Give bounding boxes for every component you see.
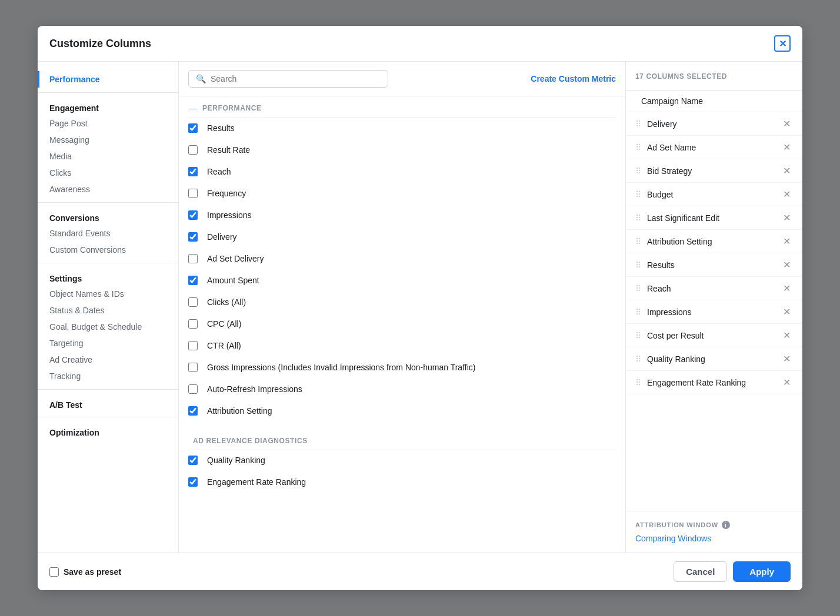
sidebar-item-goal-budget[interactable]: Goal, Budget & Schedule — [38, 319, 178, 335]
amount-spent-checkbox[interactable] — [188, 276, 198, 285]
sidebar-item-targeting[interactable]: Targeting — [38, 335, 178, 351]
remove-ad-set-name-button[interactable]: ✕ — [781, 142, 793, 153]
results-checkbox[interactable] — [188, 123, 198, 133]
delivery-checkbox[interactable] — [188, 232, 198, 242]
sidebar-item-standard-events[interactable]: Standard Events — [38, 225, 178, 242]
sidebar-category-ab-test: A/B Test — [38, 394, 178, 412]
search-bar: 🔍 Create Custom Metric — [179, 62, 625, 96]
selected-item: ⠿ Attribution Setting ✕ — [626, 230, 802, 253]
sidebar-item-performance[interactable]: Performance — [38, 71, 178, 88]
sidebar-item-object-names[interactable]: Object Names & IDs — [38, 286, 178, 302]
remove-budget-button[interactable]: ✕ — [781, 189, 793, 200]
sidebar-item-clicks[interactable]: Clicks — [38, 165, 178, 181]
close-button[interactable]: ✕ — [774, 35, 791, 52]
save-preset-label: Save as preset — [64, 567, 121, 577]
cancel-button[interactable]: Cancel — [674, 561, 727, 582]
save-preset-checkbox[interactable] — [49, 567, 59, 577]
clicks-all-checkbox[interactable] — [188, 297, 198, 307]
selected-item-label: Bid Strategy — [647, 166, 781, 176]
drag-handle[interactable]: ⠿ — [635, 190, 641, 199]
drag-handle[interactable]: ⠿ — [635, 119, 641, 129]
impressions-checkbox[interactable] — [188, 210, 198, 220]
search-input[interactable] — [211, 74, 381, 83]
apply-button[interactable]: Apply — [733, 561, 791, 582]
list-item[interactable]: CTR (All) — [179, 336, 625, 357]
ad-set-delivery-checkbox[interactable] — [188, 254, 198, 263]
remove-delivery-button[interactable]: ✕ — [781, 118, 793, 129]
ad-relevance-section-header: AD RELEVANCE DIAGNOSTICS — [179, 430, 625, 450]
drag-handle[interactable]: ⠿ — [635, 307, 641, 317]
sidebar-item-custom-conversions[interactable]: Custom Conversions — [38, 242, 178, 258]
list-item[interactable]: Auto-Refresh Impressions — [179, 379, 625, 401]
reach-label: Reach — [207, 166, 231, 178]
sidebar-item-page-post[interactable]: Page Post — [38, 115, 178, 132]
list-item[interactable]: Quality Ranking — [179, 450, 625, 472]
cpc-all-checkbox[interactable] — [188, 319, 198, 329]
sidebar-category-optimization: Optimization — [38, 422, 178, 440]
drag-handle[interactable]: ⠿ — [635, 378, 641, 387]
list-item[interactable]: Results — [179, 118, 625, 140]
remove-quality-ranking-button[interactable]: ✕ — [781, 353, 793, 364]
list-item[interactable]: Result Rate — [179, 140, 625, 162]
list-item[interactable]: Reach — [179, 162, 625, 183]
sidebar-item-tracking[interactable]: Tracking — [38, 368, 178, 384]
engagement-rate-ranking-checkbox[interactable] — [188, 477, 198, 487]
remove-cost-per-result-button[interactable]: ✕ — [781, 330, 793, 341]
drag-handle[interactable]: ⠿ — [635, 237, 641, 246]
selected-item: ⠿ Reach ✕ — [626, 277, 802, 300]
sidebar-category-engagement: Engagement — [38, 98, 178, 115]
sidebar-item-messaging[interactable]: Messaging — [38, 132, 178, 148]
results-label: Results — [207, 123, 235, 135]
drag-handle[interactable]: ⠿ — [635, 284, 641, 293]
drag-handle[interactable]: ⠿ — [635, 354, 641, 364]
create-custom-metric-button[interactable]: Create Custom Metric — [531, 74, 616, 83]
drag-handle[interactable]: ⠿ — [635, 143, 641, 152]
reach-checkbox[interactable] — [188, 167, 198, 176]
drag-handle[interactable]: ⠿ — [635, 166, 641, 176]
list-item[interactable]: Attribution Setting — [179, 401, 625, 423]
gross-impressions-checkbox[interactable] — [188, 363, 198, 372]
sidebar-item-status-dates[interactable]: Status & Dates — [38, 302, 178, 319]
remove-bid-strategy-button[interactable]: ✕ — [781, 165, 793, 176]
remove-reach-button[interactable]: ✕ — [781, 283, 793, 294]
remove-attribution-setting-button[interactable]: ✕ — [781, 236, 793, 247]
list-item[interactable]: Frequency — [179, 183, 625, 205]
performance-section-header: — PERFORMANCE — [179, 96, 625, 118]
attribution-window-label: ATTRIBUTION WINDOW i — [635, 521, 793, 529]
list-item[interactable]: Impressions — [179, 205, 625, 227]
list-item[interactable]: Ad Set Delivery — [179, 249, 625, 270]
search-input-wrap[interactable]: 🔍 — [188, 70, 388, 88]
quality-ranking-label: Quality Ranking — [207, 455, 265, 467]
list-item[interactable]: Amount Spent — [179, 270, 625, 292]
modal-body: Performance Engagement Page Post Messagi… — [38, 62, 802, 553]
result-rate-checkbox[interactable] — [188, 145, 198, 155]
selected-item-label: Attribution Setting — [647, 237, 781, 246]
selected-item-label: Budget — [647, 190, 781, 199]
sidebar-item-awareness[interactable]: Awareness — [38, 181, 178, 197]
info-icon[interactable]: i — [722, 521, 730, 529]
list-item[interactable]: Gross Impressions (Includes Invalid Impr… — [179, 357, 625, 379]
remove-impressions-button[interactable]: ✕ — [781, 306, 793, 317]
quality-ranking-checkbox[interactable] — [188, 456, 198, 465]
drag-handle[interactable]: ⠿ — [635, 260, 641, 270]
collapse-icon[interactable]: — — [188, 103, 198, 113]
ctr-all-checkbox[interactable] — [188, 341, 198, 350]
frequency-checkbox[interactable] — [188, 189, 198, 198]
list-item[interactable]: Engagement Rate Ranking — [179, 472, 625, 494]
drag-handle[interactable]: ⠿ — [635, 331, 641, 340]
sidebar-item-ad-creative[interactable]: Ad Creative — [38, 351, 178, 368]
comparing-windows-link[interactable]: Comparing Windows — [635, 534, 793, 543]
list-item[interactable]: Delivery — [179, 227, 625, 249]
auto-refresh-checkbox[interactable] — [188, 384, 198, 394]
list-item[interactable]: CPC (All) — [179, 314, 625, 336]
sidebar-item-media[interactable]: Media — [38, 148, 178, 165]
attribution-setting-checkbox[interactable] — [188, 406, 198, 416]
remove-last-significant-edit-button[interactable]: ✕ — [781, 212, 793, 223]
right-panel: 17 COLUMNS SELECTED Campaign Name ⠿ Deli… — [626, 62, 802, 553]
list-item[interactable]: Clicks (All) — [179, 292, 625, 314]
impressions-label: Impressions — [207, 210, 251, 222]
remove-results-button[interactable]: ✕ — [781, 259, 793, 270]
remove-engagement-rate-ranking-button[interactable]: ✕ — [781, 377, 793, 388]
drag-handle[interactable]: ⠿ — [635, 213, 641, 223]
selected-item-label: Results — [647, 260, 781, 270]
